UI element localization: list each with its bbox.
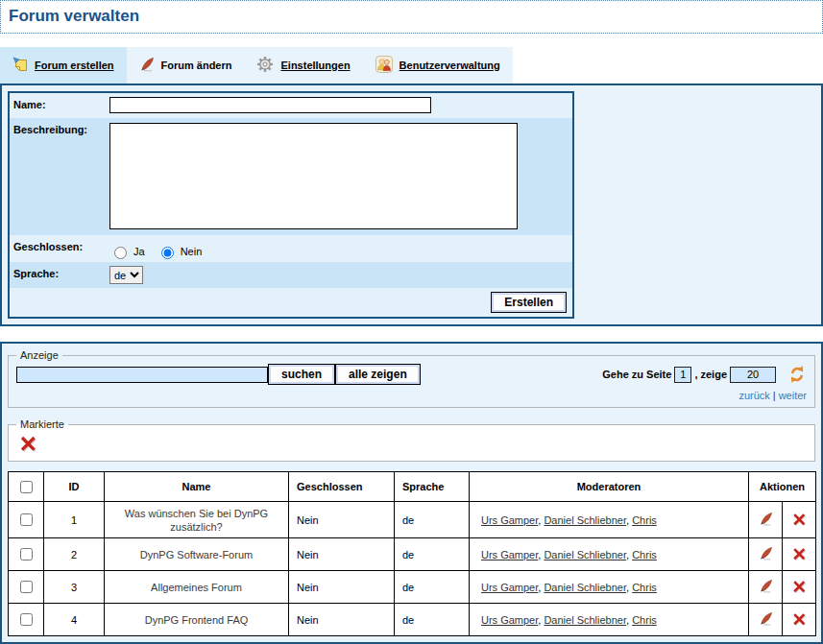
page-number-input[interactable] <box>674 367 691 383</box>
edit-icon[interactable] <box>759 611 773 626</box>
sort-id-link[interactable]: ID <box>69 481 80 492</box>
header-moderatoren: Moderatoren <box>470 472 749 502</box>
sort-name-link[interactable]: Name <box>182 481 211 492</box>
moderator-link[interactable]: Urs Gamper <box>481 549 538 561</box>
geschlossen-radio-ja[interactable] <box>114 247 127 259</box>
row-checkbox[interactable] <box>20 548 33 561</box>
zurueck-link[interactable]: zurück <box>738 390 769 401</box>
row-checkbox-cell <box>9 571 44 604</box>
delete-icon[interactable] <box>791 512 807 527</box>
row-name: DynPG Software-Forum <box>105 538 289 571</box>
markierte-fieldset: Markierte <box>8 418 815 462</box>
tab-benutzerverwaltung-label[interactable]: Benutzerverwaltung <box>399 60 500 71</box>
create-forum-form: Name: Beschreibung: Geschlossen: Ja Nein… <box>8 91 574 319</box>
alle-zeigen-button[interactable]: alle zeigen <box>335 364 421 385</box>
page-header: Forum verwalten <box>0 0 823 34</box>
moderator-link[interactable]: Urs Gamper <box>481 582 538 593</box>
row-moderators: Urs Gamper, Daniel Schliebner, Chris <box>470 502 749 538</box>
row-name: Allgemeines Forum <box>105 571 289 604</box>
row-checkbox[interactable] <box>20 581 33 593</box>
tab-forum-aendern[interactable]: Forum ändern <box>127 47 245 83</box>
search-input[interactable] <box>16 367 268 383</box>
row-checkbox-cell <box>9 502 44 538</box>
name-label: Name: <box>10 93 109 118</box>
edit-icon[interactable] <box>759 579 773 593</box>
row-moderators: Urs Gamper, Daniel Schliebner, Chris <box>470 538 749 571</box>
moderator-link[interactable]: Urs Gamper <box>481 514 538 526</box>
moderator-link[interactable]: Chris <box>632 549 657 561</box>
table-row: 3 Allgemeines Forum Nein de Urs Gamper, … <box>9 571 816 604</box>
refresh-icon[interactable] <box>787 365 807 384</box>
row-id: 2 <box>44 538 105 571</box>
beschreibung-label: Beschreibung: <box>10 118 109 235</box>
moderator-link[interactable]: Chris <box>632 614 657 626</box>
name-field[interactable] <box>109 97 431 113</box>
header-aktionen: Aktionen <box>749 472 816 502</box>
row-edit-cell <box>749 502 783 538</box>
beschreibung-field[interactable] <box>109 123 518 229</box>
row-sprache: de <box>395 502 470 538</box>
row-edit-cell <box>749 571 783 604</box>
delete-icon[interactable] <box>791 611 807 627</box>
geschlossen-radio-nein[interactable] <box>161 247 174 259</box>
row-id: 1 <box>44 502 105 538</box>
row-geschlossen: Nein <box>289 538 395 571</box>
new-forum-icon <box>12 57 28 74</box>
row-delete-cell <box>783 571 816 604</box>
delete-icon[interactable] <box>791 579 807 594</box>
row-checkbox[interactable] <box>20 513 33 526</box>
anzeige-fieldset: Anzeige suchen alle zeigen Gehe zu Seite… <box>8 349 815 408</box>
suchen-button[interactable]: suchen <box>268 364 335 385</box>
tab-forum-aendern-label[interactable]: Forum ändern <box>161 60 232 71</box>
row-name: DynPG Frontend FAQ <box>105 604 289 636</box>
row-delete-cell <box>783 538 816 571</box>
sort-geschlossen-link[interactable]: Geschlossen <box>297 481 362 492</box>
moderator-link[interactable]: Daniel Schliebner <box>544 549 626 561</box>
tab-forum-erstellen-label[interactable]: Forum erstellen <box>35 60 114 71</box>
tab-einstellungen-label[interactable]: Einstellungen <box>280 60 350 71</box>
tab-benutzerverwaltung[interactable]: Benutzerverwaltung <box>363 47 513 83</box>
settings-gear-icon <box>256 56 274 75</box>
users-icon <box>375 56 393 75</box>
select-all-cell <box>9 472 44 502</box>
pager: Gehe zu Seite , zeige <box>602 365 807 384</box>
select-all-checkbox[interactable] <box>20 481 33 493</box>
moderator-link[interactable]: Chris <box>632 514 657 526</box>
moderator-link[interactable]: Chris <box>632 582 657 593</box>
sort-sprache-link[interactable]: Sprache <box>402 481 444 492</box>
row-sprache: de <box>395 571 470 604</box>
row-checkbox[interactable] <box>20 613 33 626</box>
edit-icon[interactable] <box>759 546 773 561</box>
row-edit-cell <box>749 538 783 571</box>
moderator-link[interactable]: Urs Gamper <box>481 614 538 626</box>
table-row: 4 DynPG Frontend FAQ Nein de Urs Gamper,… <box>9 604 816 636</box>
table-row: 2 DynPG Software-Forum Nein de Urs Gampe… <box>9 538 816 571</box>
geschlossen-ja-label: Ja <box>133 246 153 257</box>
header-name: Name <box>105 472 289 502</box>
delete-marked-icon[interactable] <box>16 433 39 455</box>
header-geschlossen: Geschlossen <box>289 472 395 502</box>
tab-einstellungen[interactable]: Einstellungen <box>244 47 362 83</box>
page-size-input[interactable] <box>730 367 776 383</box>
moderator-link[interactable]: Daniel Schliebner <box>544 582 626 593</box>
row-sprache: de <box>395 604 470 636</box>
tab-forum-erstellen[interactable]: Forum erstellen <box>0 47 127 83</box>
row-moderators: Urs Gamper, Daniel Schliebner, Chris <box>470 604 749 636</box>
delete-icon[interactable] <box>791 546 807 561</box>
anzeige-legend: Anzeige <box>16 349 62 361</box>
weiter-link[interactable]: weiter <box>779 390 807 401</box>
gehe-zu-seite-label: Gehe zu Seite <box>602 369 671 380</box>
edit-icon[interactable] <box>759 512 773 526</box>
pager-separator: | <box>770 390 779 401</box>
geschlossen-label: Geschlossen: <box>10 235 109 262</box>
forum-list-panel: Anzeige suchen alle zeigen Gehe zu Seite… <box>0 342 823 644</box>
moderator-link[interactable]: Daniel Schliebner <box>544 514 626 526</box>
row-geschlossen: Nein <box>289 571 395 604</box>
forum-table: ID Name Geschlossen Sprache Moderatoren … <box>8 471 816 636</box>
erstellen-button[interactable]: Erstellen <box>491 292 567 313</box>
table-header-row: ID Name Geschlossen Sprache Moderatoren … <box>9 472 816 502</box>
moderator-link[interactable]: Daniel Schliebner <box>544 614 626 626</box>
tab-strip: Forum erstellen Forum ändern <box>0 47 524 83</box>
zeige-label: , zeige <box>694 369 727 380</box>
sprache-select[interactable]: de <box>109 266 143 284</box>
